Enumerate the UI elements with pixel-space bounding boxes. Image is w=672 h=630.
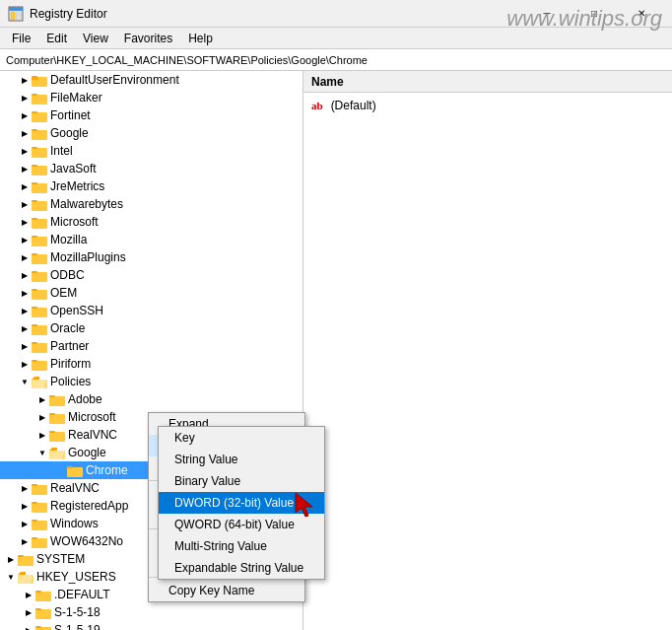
folder-icon <box>32 499 47 513</box>
tree-label: Google <box>50 126 89 140</box>
tree-item-microsoft[interactable]: ▶ Microsoft <box>0 213 302 231</box>
tree-item-defaultuserenvironment[interactable]: ▶ DefaultUserEnvironment <box>0 71 302 89</box>
arrow-icon: ▶ <box>18 91 32 105</box>
submenu-dword-value[interactable]: DWORD (32-bit) Value <box>159 492 324 514</box>
ctx-copy-key-name[interactable]: Copy Key Name <box>149 580 304 601</box>
submenu-qword-value[interactable]: QWORD (64-bit) Value <box>159 514 324 535</box>
svg-rect-54 <box>32 503 47 513</box>
folder-icon <box>32 321 47 335</box>
svg-rect-23 <box>32 218 37 220</box>
svg-rect-7 <box>32 76 37 78</box>
svg-rect-59 <box>32 537 37 539</box>
menu-favorites[interactable]: Favorites <box>116 30 180 47</box>
app-icon <box>8 6 24 22</box>
tree-item-oracle[interactable]: ▶ Oracle <box>0 319 302 337</box>
tree-item-javasoft[interactable]: ▶ JavaSoft <box>0 160 302 177</box>
arrow-icon: ▶ <box>18 286 32 300</box>
ctx-copy-key-name-label: Copy Key Name <box>168 584 254 597</box>
submenu-key[interactable]: Key <box>159 427 324 449</box>
submenu-expandable-string-value[interactable]: Expandable String Value <box>159 557 324 579</box>
submenu-qword-value-label: QWORD (64-bit) Value <box>174 518 295 531</box>
tree-label: SYSTEM <box>36 552 85 566</box>
tree-label: OpenSSH <box>50 304 103 317</box>
svg-rect-18 <box>32 183 47 193</box>
svg-rect-50 <box>67 467 83 477</box>
right-panel-header: Name <box>303 71 672 93</box>
tree-item-mozillaplugins[interactable]: ▶ MozillaPlugins <box>0 248 302 266</box>
menu-help[interactable]: Help <box>180 30 221 47</box>
svg-rect-22 <box>32 219 47 229</box>
folder-icon <box>32 250 47 264</box>
reg-value-icon: ab <box>311 100 323 111</box>
svg-rect-26 <box>32 254 47 264</box>
watermark: www.wintips.org <box>506 6 662 32</box>
svg-rect-65 <box>35 591 41 593</box>
tree-label: Google <box>68 446 106 459</box>
arrow-icon: ▶ <box>18 144 32 158</box>
folder-icon <box>32 162 47 175</box>
folder-icon <box>32 357 47 371</box>
folder-icon <box>32 108 47 122</box>
tree-label: RealVNC <box>68 428 117 442</box>
svg-rect-46 <box>49 432 65 442</box>
arrow-icon: ▶ <box>18 481 32 495</box>
svg-rect-69 <box>35 626 41 628</box>
folder-icon <box>32 215 47 229</box>
tree-item-openssh[interactable]: ▶ OpenSSH <box>0 302 302 319</box>
submenu-dword-value-label: DWORD (32-bit) Value <box>174 496 294 510</box>
tree-item-intel[interactable]: ▶ Intel <box>0 142 302 160</box>
submenu-string-value[interactable]: String Value <box>159 449 324 470</box>
tree-item-adobe[interactable]: ▶ Adobe <box>0 390 302 408</box>
tree-label: Windows <box>50 517 99 530</box>
submenu-expandable-string-value-label: Expandable String Value <box>174 561 303 575</box>
tree-item-oem[interactable]: ▶ OEM <box>0 284 302 302</box>
svg-rect-29 <box>32 271 37 273</box>
svg-rect-37 <box>32 342 37 344</box>
tree-item-s-1-5-19[interactable]: ▶ S-1-5-19 <box>0 621 302 630</box>
tree-item-s-1-5-18[interactable]: ▶ S-1-5-18 <box>0 603 302 621</box>
tree-label: RealVNC <box>50 481 100 495</box>
address-bar: Computer\HKEY_LOCAL_MACHINE\SOFTWARE\Pol… <box>0 49 672 71</box>
arrow-icon: ▶ <box>18 357 32 371</box>
arrow-icon: ▶ <box>18 73 32 87</box>
tree-item-filemaker[interactable]: ▶ FileMaker <box>0 89 302 106</box>
tree-item-policies[interactable]: ▼ Policies <box>0 373 302 390</box>
arrow-icon: ▶ <box>35 392 49 406</box>
tree-label: JavaSoft <box>50 162 97 175</box>
tree-item-piriform[interactable]: ▶ Piriform <box>0 355 302 373</box>
tree-label: Malwarebytes <box>50 197 123 211</box>
arrow-icon: ▶ <box>18 321 32 335</box>
folder-icon <box>32 304 47 317</box>
svg-rect-31 <box>32 289 37 291</box>
tree-item-google[interactable]: ▶ Google <box>0 124 302 142</box>
submenu-string-value-label: String Value <box>174 453 237 466</box>
arrow-icon: ▶ <box>18 339 32 353</box>
tree-item-malwarebytes[interactable]: ▶ Malwarebytes <box>0 195 302 213</box>
tree-label: S-1-5-19 <box>54 623 101 630</box>
submenu-binary-value[interactable]: Binary Value <box>159 470 324 492</box>
arrow-icon: ▶ <box>18 304 32 317</box>
tree-label: Intel <box>50 144 73 158</box>
arrow-icon: ▶ <box>18 108 32 122</box>
menu-view[interactable]: View <box>75 30 116 47</box>
folder-icon <box>67 463 83 477</box>
arrow-icon: ▶ <box>18 534 32 548</box>
folder-icon <box>32 517 47 530</box>
tree-item-partner[interactable]: ▶ Partner <box>0 337 302 355</box>
menu-edit[interactable]: Edit <box>38 30 75 47</box>
tree-item-jremetrics[interactable]: ▶ JreMetrics <box>0 177 302 195</box>
menu-file[interactable]: File <box>4 30 38 47</box>
tree-item-fortinet[interactable]: ▶ Fortinet <box>0 106 302 124</box>
tree-label: Policies <box>50 375 91 388</box>
svg-rect-47 <box>49 431 55 433</box>
tree-item-mozilla[interactable]: ▶ Mozilla <box>0 231 302 248</box>
svg-rect-38 <box>32 361 47 371</box>
arrow-icon: ▶ <box>22 623 35 630</box>
tree-label: DefaultUserEnvironment <box>50 73 179 87</box>
tree-label: .DEFAULT <box>54 588 109 601</box>
folder-icon <box>49 410 65 424</box>
svg-rect-1 <box>9 7 23 11</box>
folder-open-icon <box>49 446 65 459</box>
submenu-multi-string-value[interactable]: Multi-String Value <box>159 535 324 557</box>
tree-item-odbc[interactable]: ▶ ODBC <box>0 266 302 284</box>
